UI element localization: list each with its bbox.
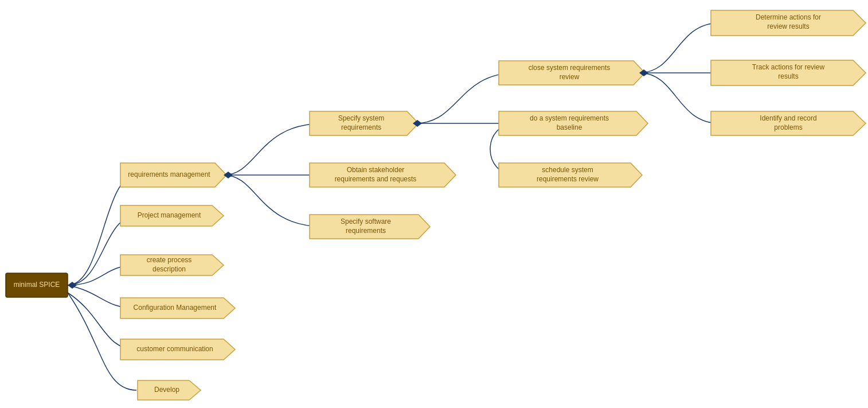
identify-label1: Identify and record	[760, 114, 816, 122]
mind-map-svg: minimal SPICE requirements management Pr…	[0, 0, 868, 408]
track-label1: Track actions for review	[752, 63, 825, 71]
determine-label2: review results	[767, 22, 809, 30]
edge-reqmgmt-specsw	[224, 175, 324, 227]
createproc-label: create process	[147, 256, 192, 264]
node-schedule-review[interactable]: schedule system requirements review	[499, 163, 642, 187]
node-configuration[interactable]: Configuration Management	[120, 298, 235, 318]
node-obtain-stakeholder[interactable]: Obtain stakeholder requirements and requ…	[310, 163, 456, 187]
develop-label: Develop	[154, 386, 179, 394]
node-specify-system[interactable]: Specify system requirements	[310, 111, 419, 135]
node-identify-record[interactable]: Identify and record problems	[711, 111, 866, 135]
baseline-label2: baseline	[557, 123, 582, 131]
reqmgmt-label: requirements management	[128, 170, 210, 178]
baseline-label1: do a system requirements	[530, 114, 609, 122]
determine-label1: Determine actions for	[756, 13, 821, 21]
node-do-baseline[interactable]: do a system requirements baseline	[499, 111, 648, 135]
root-label: minimal SPICE	[14, 281, 60, 289]
node-close-system[interactable]: close system requirements review	[499, 61, 645, 85]
node-requirements-management[interactable]: requirements management	[120, 163, 226, 187]
specsw-label1: Specify software	[341, 217, 391, 226]
node-track-actions[interactable]: Track actions for review results	[711, 60, 866, 86]
projmgmt-label: Project management	[138, 211, 201, 219]
identify-label2: problems	[774, 123, 802, 131]
obtain-label1: Obtain stakeholder	[347, 166, 405, 174]
config-label: Configuration Management	[134, 304, 217, 312]
track-label2: results	[778, 72, 798, 80]
specsw-label2: requirements	[346, 227, 386, 235]
specsys-label1: Specify system	[338, 114, 385, 122]
schedule-label1: schedule system	[542, 166, 593, 174]
custcomm-label: customer communication	[136, 345, 213, 353]
edge-close-determine	[639, 23, 720, 73]
close-label1: close system requirements	[529, 64, 611, 72]
obtain-label2: requirements and requests	[335, 175, 417, 183]
edge-reqmgmt-specsys	[224, 123, 324, 175]
node-project-management[interactable]: Project management	[120, 205, 224, 226]
node-create-process[interactable]: create process description	[120, 255, 224, 275]
node-root[interactable]: minimal SPICE	[6, 273, 68, 297]
schedule-label2: requirements review	[537, 175, 599, 183]
node-develop[interactable]: Develop	[138, 380, 201, 400]
node-determine-actions[interactable]: Determine actions for review results	[711, 10, 866, 36]
createproc-label2: description	[153, 265, 186, 273]
node-customer-communication[interactable]: customer communication	[120, 339, 235, 360]
specsys-label2: requirements	[341, 123, 381, 131]
edge-close-identify	[639, 73, 720, 123]
close-label2: review	[560, 73, 580, 81]
node-specify-software[interactable]: Specify software requirements	[310, 215, 430, 239]
reqmgmt-diamond	[224, 172, 233, 178]
